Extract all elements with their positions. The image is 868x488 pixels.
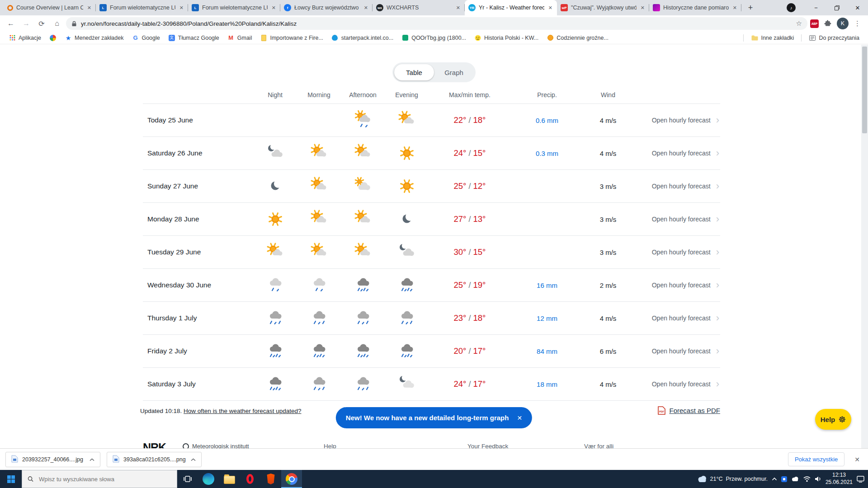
tab-close-icon[interactable]: ✕	[640, 4, 646, 12]
bookmark-item[interactable]: Aplikacje	[5, 33, 44, 42]
forward-button[interactable]: →	[20, 17, 33, 30]
open-hourly-forecast-link[interactable]: Open hourly forecast›	[633, 181, 720, 191]
open-hourly-forecast-link[interactable]: Open hourly forecast›	[633, 313, 720, 323]
tab-close-icon[interactable]: ✕	[455, 4, 461, 12]
precipitation-value: 84 mm	[511, 347, 583, 355]
banner-close-icon[interactable]: ✕	[517, 414, 522, 422]
profile-avatar[interactable]: K	[837, 18, 849, 29]
browser-tab[interactable]: Historyczne dane pomiaro✕	[649, 0, 741, 15]
edge-taskbar-icon[interactable]	[198, 470, 219, 488]
windows-taskbar: 21°C Przew. pochmur. 12:13 25.06.2021	[0, 470, 868, 488]
downloads-close-icon[interactable]: ✕	[852, 456, 863, 463]
tab-close-icon[interactable]: ✕	[86, 4, 92, 12]
update-faq-link[interactable]: How often is the weather forecast update…	[184, 408, 301, 414]
start-button[interactable]	[0, 470, 22, 488]
bookmark-star-icon[interactable]: ☆	[796, 19, 802, 28]
taskbar-clock[interactable]: 12:13 25.06.2021	[826, 472, 853, 486]
open-hourly-forecast-link[interactable]: Open hourly forecast›	[633, 148, 720, 158]
tab-close-icon[interactable]: ✕	[271, 4, 277, 12]
reading-list-button[interactable]: Do przeczytania	[806, 33, 863, 42]
bookmark-item[interactable]: Importowane z Fire...	[257, 33, 326, 42]
brave-taskbar-icon[interactable]	[260, 470, 281, 488]
forecast-table-body: Today 25 June22°/18°0.6 mm4 m/sOpen hour…	[143, 103, 720, 400]
restore-button[interactable]	[826, 0, 847, 15]
bookmark-item[interactable]	[46, 33, 60, 42]
chevron-up-icon[interactable]	[191, 456, 196, 463]
tab-title: "Czuwaj". Wyjątkowy utwó	[571, 5, 637, 11]
search-input[interactable]	[38, 475, 171, 483]
network-icon[interactable]	[803, 476, 811, 482]
home-button[interactable]: ⌂	[51, 17, 63, 30]
browser-tab-active[interactable]: YRYr - Kalisz - Weather foreca✕	[465, 0, 557, 15]
browser-menu-icon[interactable]: ⋮	[851, 19, 863, 28]
bookmark-item[interactable]: ★Menedżer zakładek	[61, 33, 127, 42]
browser-tab[interactable]: wxWXCHARTS✕	[373, 0, 465, 15]
browser-tab[interactable]: Course Overview | Learn O✕	[4, 0, 96, 15]
tray-weather-desc: Przew. pochmur.	[726, 476, 768, 482]
bookmark-item[interactable]: 文Tłumacz Google	[165, 33, 222, 42]
browser-tab[interactable]: LForum wielotematyczne LU✕	[96, 0, 188, 15]
address-bar[interactable]: yr.no/en/forecast/daily-table/2-3096880/…	[66, 17, 807, 30]
footer-link[interactable]: Your Feedback	[467, 443, 508, 448]
tab-close-icon[interactable]: ✕	[363, 4, 369, 12]
browser-tab[interactable]: wP"Czuwaj". Wyjątkowy utwó✕	[557, 0, 649, 15]
media-control-icon[interactable]: ♪	[787, 3, 796, 12]
adblock-extension-icon[interactable]: ABP	[810, 19, 819, 28]
open-hourly-forecast-link[interactable]: Open hourly forecast›	[633, 115, 720, 125]
weather-icon-morning	[297, 143, 341, 163]
tab-graph-view[interactable]: Graph	[434, 64, 474, 80]
open-hourly-forecast-link[interactable]: Open hourly forecast›	[633, 214, 720, 224]
chrome-taskbar-icon[interactable]	[281, 470, 302, 488]
bookmark-item[interactable]: GGoogle	[128, 33, 163, 42]
download-chip[interactable]: 393a8ca021c6205....png	[107, 452, 202, 467]
open-hourly-forecast-link[interactable]: Open hourly forecast›	[633, 379, 720, 389]
min-temp: 15°	[473, 148, 486, 158]
open-hourly-label: Open hourly forecast	[652, 380, 711, 388]
open-hourly-forecast-link[interactable]: Open hourly forecast›	[633, 247, 720, 257]
download-chip[interactable]: 203932257_40066....jpg	[5, 452, 100, 467]
tab-title: Forum wielotematyczne LU	[202, 5, 268, 11]
drupal-icon	[331, 34, 339, 42]
onedrive-icon[interactable]	[791, 476, 799, 482]
scrollbar-thumb[interactable]	[862, 47, 867, 133]
taskbar-search[interactable]	[22, 470, 177, 488]
bookmark-item[interactable]: MGmail	[224, 33, 255, 42]
show-all-downloads-button[interactable]: Pokaż wszystkie	[788, 452, 844, 466]
help-button[interactable]: Help ☸	[815, 409, 851, 430]
back-button[interactable]: ←	[5, 17, 17, 30]
bookmark-item[interactable]: starterpack.intel.co...	[328, 33, 396, 42]
open-hourly-forecast-link[interactable]: Open hourly forecast›	[633, 280, 720, 290]
opera-taskbar-icon[interactable]	[240, 470, 260, 488]
bookmark-item[interactable]: Historia Polski - KW...	[471, 33, 542, 42]
footer-link[interactable]: Help	[324, 443, 336, 448]
task-view-button[interactable]	[177, 470, 198, 488]
extensions-puzzle-icon[interactable]	[821, 17, 834, 30]
taskbar-weather[interactable]: 21°C Przew. pochmur.	[697, 475, 768, 483]
tab-close-icon[interactable]: ✕	[732, 4, 738, 12]
minimize-button[interactable]: −	[806, 0, 826, 15]
bookmark-item[interactable]: QOOrTbg.jpg (1800...	[398, 33, 469, 42]
browser-tab[interactable]: LForum wielotematyczne LU✕	[188, 0, 280, 15]
reload-button[interactable]: ⟳	[35, 17, 48, 30]
action-center-icon[interactable]	[857, 476, 864, 483]
chevron-up-icon[interactable]	[90, 456, 94, 463]
close-window-button[interactable]: ✕	[847, 0, 868, 15]
browser-tab[interactable]: fŁowcy Burz województwo✕	[280, 0, 373, 15]
tab-table-view[interactable]: Table	[394, 64, 434, 80]
min-temp: 17°	[473, 379, 486, 389]
new-tab-button[interactable]: +	[744, 1, 757, 14]
page-scrollbar[interactable]	[861, 45, 868, 448]
bookmark-item[interactable]: Codziennie groźne...	[543, 33, 612, 42]
footer-link[interactable]: Vær for alli	[584, 443, 613, 448]
volume-icon[interactable]	[815, 476, 821, 482]
tab-close-icon[interactable]: ✕	[547, 4, 553, 12]
forecast-pdf-link[interactable]: PDF Forecast as PDF	[658, 406, 720, 415]
tab-close-icon[interactable]: ✕	[179, 4, 184, 12]
open-hourly-forecast-link[interactable]: Open hourly forecast›	[633, 346, 720, 356]
help-label: Help	[821, 416, 835, 423]
file-explorer-taskbar-icon[interactable]	[219, 470, 240, 488]
tray-app-icon[interactable]	[781, 476, 787, 482]
tray-expand-icon[interactable]	[772, 477, 777, 481]
new-feature-banner[interactable]: New! We now have a new detailed long-ter…	[336, 407, 532, 428]
other-bookmarks-button[interactable]: Inne zakładki	[748, 33, 797, 42]
